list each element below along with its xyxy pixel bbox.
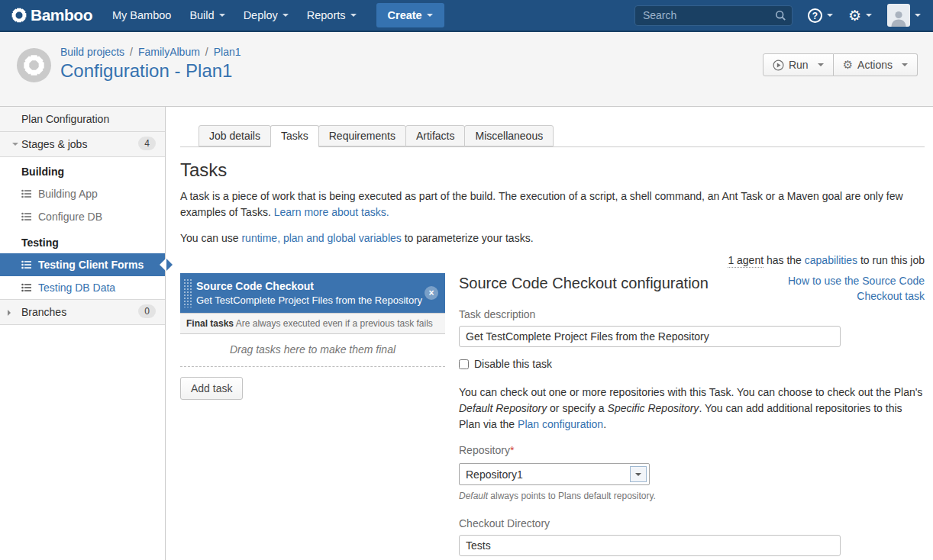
nav-build-menu[interactable]: Build — [180, 0, 234, 31]
gear-icon: ⚙ — [848, 8, 861, 23]
create-button[interactable]: Create — [376, 3, 444, 27]
config-heading: Source Code Checkout configuration — [459, 275, 709, 292]
breadcrumb-build-projects[interactable]: Build projects — [60, 46, 124, 58]
task-item-source-code-checkout[interactable]: Source Code Checkout Get TestComplete Pr… — [180, 273, 445, 313]
sidebar-item-branches[interactable]: Branches 0 — [0, 299, 165, 325]
task-configuration-panel: Source Code Checkout configuration How t… — [459, 273, 925, 560]
chevron-right-icon — [8, 310, 11, 316]
repository-selected-value: Repository1 — [460, 468, 630, 481]
gear-icon: ⚙ — [843, 58, 853, 72]
chevron-down-icon — [12, 143, 18, 146]
sidebar-item-building-app[interactable]: Building App — [0, 182, 165, 205]
tab-tasks[interactable]: Tasks — [270, 125, 319, 147]
chevron-down-icon — [635, 473, 641, 476]
actions-button[interactable]: ⚙ Actions — [834, 53, 918, 76]
page-title: Configuration - Plan1 — [60, 60, 241, 82]
help-icon: ? — [808, 8, 822, 23]
sidebar-item-testing-db-data[interactable]: Testing DB Data — [0, 276, 165, 299]
search-input[interactable] — [634, 5, 793, 26]
user-menu[interactable] — [887, 4, 921, 27]
task-title: Source Code Checkout — [196, 280, 419, 292]
chevron-down-icon — [902, 63, 908, 66]
search-box — [634, 5, 793, 26]
select-dropdown-button[interactable] — [630, 466, 647, 482]
job-list-icon — [21, 189, 31, 198]
repository-description-text: You can check out one or more repositori… — [459, 385, 923, 433]
task-description-input[interactable] — [459, 326, 841, 347]
sidebar-item-configure-db[interactable]: Configure DB — [0, 205, 165, 228]
delete-task-icon[interactable]: × — [425, 286, 438, 300]
add-task-button[interactable]: Add task — [180, 377, 243, 400]
task-subtitle: Get TestComplete Project Files from the … — [196, 294, 419, 306]
job-list-icon — [21, 212, 31, 221]
nav-deploy-menu[interactable]: Deploy — [234, 0, 298, 31]
task-description-label: Task description — [459, 308, 925, 320]
bamboo-pinwheel-icon — [11, 7, 27, 24]
tab-miscellaneous[interactable]: Miscellaneous — [464, 125, 554, 146]
chevron-down-icon — [818, 63, 824, 66]
sidebar-item-stages-jobs[interactable]: Stages & jobs 4 — [0, 132, 165, 157]
disable-task-row[interactable]: Disable this task — [459, 358, 925, 370]
main-content: Job details Tasks Requirements Artifacts… — [166, 107, 933, 560]
bamboo-logo[interactable]: Bamboo — [11, 6, 92, 24]
nav-reports-menu[interactable]: Reports — [298, 0, 366, 31]
repository-label: Repository* — [459, 444, 925, 456]
disable-task-label: Disable this task — [474, 358, 552, 370]
chevron-down-icon — [827, 14, 833, 17]
final-tasks-dropzone[interactable]: Drag tasks here to make them final — [180, 334, 445, 367]
stage-name-testing: Testing — [0, 228, 165, 253]
repository-select[interactable]: Repository1 — [459, 463, 650, 485]
chevron-down-icon — [350, 14, 357, 17]
chevron-down-icon — [427, 14, 433, 17]
breadcrumb-plan1[interactable]: Plan1 — [214, 46, 241, 58]
settings-menu[interactable]: ⚙ — [848, 8, 872, 23]
nav-my-bamboo[interactable]: My Bamboo — [103, 0, 180, 31]
search-icon[interactable] — [775, 10, 786, 24]
plan-avatar-icon — [17, 48, 51, 82]
variables-link[interactable]: runtime, plan and global variables — [241, 232, 401, 244]
variables-text: You can use runtime, plan and global var… — [180, 232, 925, 244]
tasks-heading: Tasks — [180, 159, 925, 181]
tab-artifacts[interactable]: Artifacts — [405, 125, 466, 146]
tasks-intro-text: A task is a piece of work that is being … — [180, 188, 919, 220]
plan-config-sidebar: Plan Configuration Stages & jobs 4 Build… — [0, 107, 166, 560]
plan-configuration-link[interactable]: Plan configuration — [518, 418, 603, 430]
disable-task-checkbox[interactable] — [459, 359, 469, 369]
stage-name-building: Building — [0, 157, 165, 182]
help-menu[interactable]: ? — [808, 8, 833, 23]
breadcrumb-familyalbum[interactable]: FamilyAlbum — [138, 46, 200, 58]
chevron-down-icon — [915, 14, 921, 17]
task-list: Source Code Checkout Get TestComplete Pr… — [180, 273, 445, 560]
chevron-down-icon — [282, 14, 289, 17]
agent-count: 1 agent — [728, 254, 764, 268]
repository-help-text: Default always points to Plans default r… — [459, 491, 925, 501]
chevron-down-icon — [866, 14, 872, 17]
drag-handle-icon[interactable] — [183, 278, 192, 307]
agent-capability-text: 1 agent has the capabilities to run this… — [180, 254, 925, 266]
checkout-directory-input[interactable] — [459, 535, 841, 556]
brand-name: Bamboo — [31, 6, 92, 24]
breadcrumb: Build projects/FamilyAlbum/Plan1 — [60, 46, 241, 58]
how-to-use-link[interactable]: How to use the Source Code Checkout task — [768, 273, 925, 304]
capabilities-link[interactable]: capabilities — [805, 254, 857, 266]
tab-job-details[interactable]: Job details — [199, 125, 271, 146]
tab-requirements[interactable]: Requirements — [318, 125, 406, 146]
branches-count-badge: 0 — [138, 304, 156, 318]
required-asterisk: * — [510, 444, 514, 456]
sidebar-item-plan-configuration[interactable]: Plan Configuration — [0, 107, 165, 132]
top-navbar: Bamboo My Bamboo Build Deploy Reports Cr… — [0, 0, 933, 32]
job-list-icon — [21, 260, 31, 269]
play-icon — [773, 60, 784, 71]
job-tabs: Job details Tasks Requirements Artifacts… — [180, 125, 925, 147]
learn-more-link[interactable]: Learn more about tasks. — [274, 206, 389, 218]
job-list-icon — [21, 283, 31, 292]
run-button[interactable]: Run — [763, 53, 834, 76]
stages-count-badge: 4 — [138, 137, 156, 150]
avatar — [887, 4, 910, 27]
sidebar-item-testing-client-forms[interactable]: Testing Client Forms — [0, 253, 165, 276]
page-header: Build projects/FamilyAlbum/Plan1 Configu… — [0, 32, 933, 107]
checkout-directory-label: Checkout Directory — [459, 517, 925, 529]
bamboo-app: Bamboo My Bamboo Build Deploy Reports Cr… — [0, 0, 933, 560]
chevron-down-icon — [219, 14, 225, 17]
final-tasks-header: Final tasks Are always executed even if … — [180, 313, 445, 334]
